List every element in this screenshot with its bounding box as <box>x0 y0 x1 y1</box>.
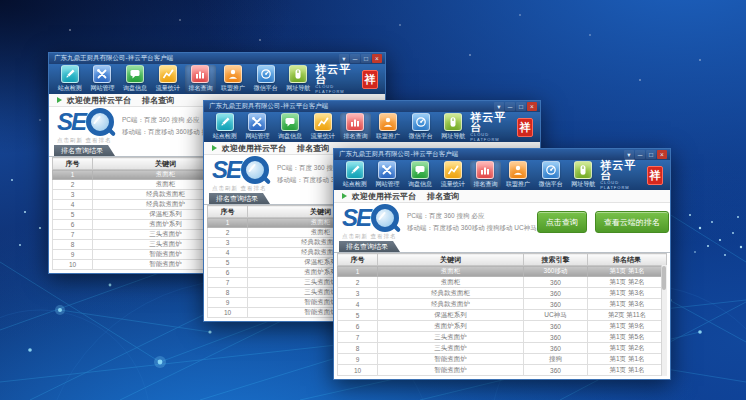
toolbar-item-ranking[interactable]: 排名查询 <box>470 161 502 189</box>
toolbar-item-site-nav[interactable]: 网址导航 <box>567 161 599 189</box>
table-row[interactable]: 5 保温柜系列 UC神马 第2页 第11名 <box>338 310 667 321</box>
skin-menu-button[interactable]: ▾ <box>494 102 504 111</box>
maximize-button[interactable]: □ <box>516 102 526 111</box>
toolbar-item-inquiry[interactable]: 询盘信息 <box>404 161 436 189</box>
cell-keyword: 智能煮面炉 <box>378 365 524 376</box>
cell-engine: UC神马 <box>524 310 588 321</box>
cell-seq: 5 <box>208 258 248 268</box>
toolbar-item-traffic[interactable]: 流量统计 <box>437 161 469 189</box>
toolbar-item-wechat[interactable]: 微信平台 <box>535 161 567 189</box>
tab-ranking-results[interactable]: 排名查询结果 <box>339 241 400 252</box>
cell-rank: 第1页 第5名 <box>588 332 667 343</box>
skin-menu-button[interactable]: ▾ <box>339 54 349 63</box>
table-row[interactable]: 6 煮面炉系列 360 第1页 第9名 <box>338 321 667 332</box>
cell-seq: 9 <box>208 298 248 308</box>
breadcrumb-welcome: 欢迎使用祥云平台 <box>222 143 286 154</box>
cell-engine: 搜狗 <box>524 354 588 365</box>
toolbar-item-wechat[interactable]: 微信平台 <box>250 65 282 93</box>
play-icon <box>212 145 217 151</box>
tab-ranking-results[interactable]: 排名查询结果 <box>54 145 115 156</box>
toolbar-item-alliance[interactable]: 联盟推广 <box>502 161 534 189</box>
header-seq: 序号 <box>53 158 93 170</box>
minimize-button[interactable]: ─ <box>635 150 645 159</box>
header-seq: 序号 <box>338 254 378 266</box>
toolbar-item-site-monitor[interactable]: 站点检测 <box>339 161 371 189</box>
toolbar-item-alliance[interactable]: 联盟推广 <box>372 113 404 141</box>
ranking-query-icon <box>346 113 364 131</box>
magnifier-icon <box>371 204 399 232</box>
table-row[interactable]: 8 三头煮面炉 360 第1页 第2名 <box>338 343 667 354</box>
minimize-button[interactable]: ─ <box>350 54 360 63</box>
toolbar-item-traffic[interactable]: 流量统计 <box>152 65 184 93</box>
skin-menu-button[interactable]: ▾ <box>624 150 634 159</box>
maximize-button[interactable]: □ <box>646 150 656 159</box>
table-row[interactable]: 9 智能煮面炉 搜狗 第1页 第1名 <box>338 354 667 365</box>
site-nav-icon <box>289 65 307 83</box>
toolbar-item-site-manage[interactable]: 网站管理 <box>87 65 119 93</box>
minimize-button[interactable]: ─ <box>505 102 515 111</box>
result-tab-bar: 排名查询结果 <box>334 241 670 253</box>
view-cloud-ranking-button[interactable]: 查看云端的排名 <box>595 211 669 233</box>
cell-keyword: 三头煮面炉 <box>378 332 524 343</box>
cell-keyword: 煮面炉系列 <box>378 321 524 332</box>
tab-ranking-results[interactable]: 排名查询结果 <box>209 193 270 204</box>
table-row[interactable]: 10 智能煮面炉 360 第1页 第1名 <box>338 365 667 376</box>
window-title: 广东九鼎王厨具有限公司-祥云平台客户端 <box>209 102 494 111</box>
play-icon <box>342 193 347 199</box>
table-row[interactable]: 4 经典款煮面炉 360 第1页 第3名 <box>338 299 667 310</box>
window-controls: ▾ ─ □ × <box>339 54 382 63</box>
query-button[interactable]: 点击查询 <box>537 211 587 233</box>
table-row[interactable]: 3 经典款煮面柜 360 第1页 第3名 <box>338 288 667 299</box>
toolbar-item-site-manage[interactable]: 网站管理 <box>242 113 274 141</box>
scrollbar-thumb[interactable] <box>662 266 666 290</box>
cell-seq: 2 <box>208 228 248 238</box>
cell-seq: 10 <box>338 365 378 376</box>
toolbar-item-ranking[interactable]: 排名查询 <box>340 113 372 141</box>
seo-logo: SE 点击刷新 查看排名 <box>342 204 399 240</box>
inquiry-message-icon <box>281 113 299 131</box>
seo-slogan: 点击刷新 查看排名 <box>57 137 114 144</box>
brand-name: 祥云平台 <box>470 112 513 132</box>
cell-seq: 5 <box>53 210 93 220</box>
close-button[interactable]: × <box>657 150 667 159</box>
toolbar-item-site-monitor[interactable]: 站点检测 <box>54 65 86 93</box>
cell-seq: 9 <box>338 354 378 365</box>
results-table: 序号 关键词 搜索引擎 排名结果 1 煮面柜 360移动 第1页 第1名 <box>337 253 667 376</box>
site-monitor-icon <box>216 113 234 131</box>
cell-engine: 360 <box>524 288 588 299</box>
toolbar-item-wechat[interactable]: 微信平台 <box>405 113 437 141</box>
toolbar-item-site-manage[interactable]: 网站管理 <box>372 161 404 189</box>
toolbar-item-site-nav[interactable]: 网址导航 <box>437 113 469 141</box>
cell-rank: 第1页 第3名 <box>588 299 667 310</box>
cell-seq: 2 <box>53 180 93 190</box>
toolbar-item-traffic[interactable]: 流量统计 <box>307 113 339 141</box>
seo-logo-letters: SE <box>57 111 85 133</box>
toolbar-item-ranking[interactable]: 排名查询 <box>185 65 217 93</box>
toolbar-item-site-monitor[interactable]: 站点检测 <box>209 113 241 141</box>
site-nav-icon <box>574 161 592 179</box>
breadcrumb-welcome: 欢迎使用祥云平台 <box>67 95 131 106</box>
cell-keyword: 煮面柜 <box>378 277 524 288</box>
table-scrollbar[interactable] <box>661 265 667 376</box>
maximize-button[interactable]: □ <box>361 54 371 63</box>
toolbar-item-inquiry[interactable]: 询盘信息 <box>274 113 306 141</box>
table-row[interactable]: 7 三头煮面炉 360 第1页 第5名 <box>338 332 667 343</box>
window-controls: ▾ ─ □ × <box>494 102 537 111</box>
cell-seq: 8 <box>338 343 378 354</box>
site-monitor-icon <box>346 161 364 179</box>
toolbar-item-inquiry[interactable]: 询盘信息 <box>119 65 151 93</box>
toolbar-item-alliance[interactable]: 联盟推广 <box>217 65 249 93</box>
alliance-promo-icon <box>224 65 242 83</box>
cell-engine: 360 <box>524 332 588 343</box>
banner-buttons: 点击查询 查看云端的排名 <box>537 211 669 233</box>
close-button[interactable]: × <box>527 102 537 111</box>
table-row[interactable]: 2 煮面柜 360 第1页 第2名 <box>338 277 667 288</box>
cell-rank: 第1页 第2名 <box>588 343 667 354</box>
table-row[interactable]: 1 煮面柜 360移动 第1页 第1名 <box>338 266 667 277</box>
seo-slogan: 点击刷新 查看排名 <box>342 233 399 240</box>
toolbar-item-site-nav[interactable]: 网址导航 <box>282 65 314 93</box>
cell-keyword: 三头煮面炉 <box>378 343 524 354</box>
cell-keyword: 经典款煮面柜 <box>378 288 524 299</box>
brand-logo: 祥云平台 CLOUD PLATFORM 祥 <box>600 160 665 190</box>
close-button[interactable]: × <box>372 54 382 63</box>
